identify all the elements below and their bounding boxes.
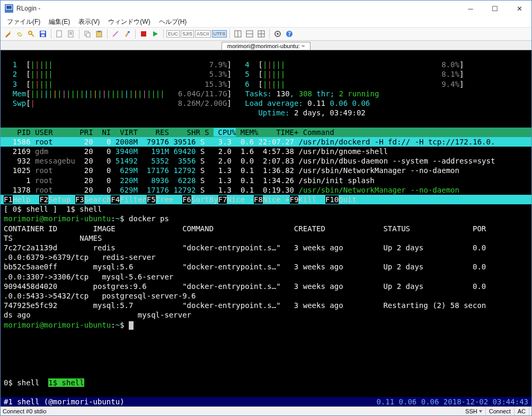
save-icon[interactable] — [38, 29, 48, 39]
stop-icon[interactable] — [138, 29, 149, 39]
prompt-user-2: morimori@morimori-ubuntu — [4, 321, 111, 329]
svg-rect-8 — [57, 31, 61, 37]
status-connect: Connect #0 stdio — [3, 408, 47, 414]
minimize-button[interactable]: ─ — [458, 1, 483, 16]
maximize-button[interactable]: ☐ — [483, 1, 507, 16]
copy-icon[interactable] — [82, 29, 93, 39]
docker-row: 7c27c2a1139d redis "docker-entrypoint.s…… — [1, 243, 531, 252]
grid1-icon[interactable] — [233, 29, 243, 39]
status-left: #1 shell (@morimori-ubuntu) — [4, 397, 125, 406]
svg-rect-2 — [6, 6, 12, 9]
new-doc-icon[interactable] — [54, 29, 65, 39]
status-line: #1 shell (@morimori-ubuntu) 0.11 0.06 0.… — [1, 397, 531, 406]
status-ssh[interactable]: SSH — [462, 407, 486, 415]
svg-text:?: ? — [288, 31, 291, 37]
enc-sjis[interactable]: SJIS — [181, 30, 194, 38]
help-icon[interactable]: ? — [284, 29, 295, 39]
prompt-user: morimori@morimori-ubuntu — [4, 214, 111, 223]
process-row[interactable]: 1025 root 20 0 629M 17176 12792 S 1.3 0.… — [1, 166, 531, 175]
tab-strip: morimori@morimori-ubuntu: ~ — [1, 41, 531, 50]
play-icon[interactable] — [150, 29, 161, 39]
process-row[interactable]: 2169 gdm 20 0 3940M 191M 69420 S 2.0 1.6… — [1, 147, 531, 156]
menubar: ファイル(F) 編集(E) 表示(V) ウィンドウ(W) ヘルプ(H) — [1, 16, 531, 27]
enc-utf8[interactable]: UTF8 — [212, 30, 227, 38]
link-icon[interactable] — [14, 29, 25, 39]
menu-help[interactable]: ヘルプ(H) — [155, 16, 191, 28]
menu-view[interactable]: 表示(V) — [74, 16, 104, 28]
toolbar: EUC SJIS ASCII UTF8 ? — [1, 27, 531, 41]
docker-header: TS NAMES — [1, 233, 531, 243]
brush-icon[interactable] — [122, 29, 132, 39]
docker-row: 9094458d4020 postgres:9.6 "docker-entryp… — [1, 282, 531, 291]
docker-row: ds ago mysql-server — [1, 310, 531, 320]
titlebar: RLogin - ─ ☐ ✕ — [1, 1, 531, 16]
svg-rect-13 — [97, 31, 101, 32]
paste-icon[interactable] — [94, 29, 104, 39]
terminal[interactable]: 1 [||||| 7.9%] 4 [||||| 8.0%] 2 [||||| 5… — [1, 50, 531, 406]
svg-point-3 — [10, 31, 11, 33]
svg-point-14 — [117, 31, 119, 33]
menu-edit[interactable]: 編集(E) — [45, 16, 74, 28]
svg-rect-15 — [128, 31, 130, 33]
session-tab[interactable]: morimori@morimori-ubuntu: ~ — [221, 42, 311, 50]
status-ac[interactable]: AC — [515, 407, 529, 415]
docker-row: .0.0:5433->5432/tcp postgresql-server-9.… — [1, 291, 531, 301]
doc-icon[interactable] — [66, 29, 76, 39]
svg-rect-7 — [41, 34, 45, 37]
svg-rect-6 — [41, 31, 45, 33]
docker-row: bb52c5aae0ff mysql:5.6 "docker-entrypoin… — [1, 262, 531, 272]
svg-rect-16 — [141, 31, 146, 37]
svg-point-21 — [277, 33, 279, 35]
status-connect-seg[interactable]: Connect — [486, 407, 515, 415]
wand2-icon[interactable] — [110, 29, 121, 39]
app-icon — [5, 4, 13, 13]
svg-rect-11 — [86, 33, 90, 37]
svg-rect-9 — [68, 31, 73, 37]
process-row[interactable]: 1 root 20 0 220M 8936 6228 S 1.3 0.1 1:3… — [1, 176, 531, 185]
process-row[interactable]: 932 messagebu 20 0 51492 5352 3556 S 2.0… — [1, 156, 531, 166]
status-right: 0.11 0.06 0.06 2018-12-02 03:44:43 — [376, 397, 528, 406]
process-row[interactable]: 1378 root 20 0 629M 17176 12792 S 1.3 0.… — [1, 185, 531, 195]
menu-file[interactable]: ファイル(F) — [3, 16, 45, 28]
htop-header: PID USER PRI NI VIRT RES SHR S CPU% MEM%… — [1, 128, 531, 137]
tmux-top-status: [ 0$ shell ] 1$ shell — [1, 204, 531, 214]
cursor — [129, 321, 134, 330]
key-icon[interactable] — [26, 29, 37, 39]
app-statusbar: Connect #0 stdio SSH Connect AC — [1, 406, 531, 415]
docker-row: .0.0:6379->6379/tcp redis-server — [1, 252, 531, 262]
menu-window[interactable]: ウィンドウ(W) — [104, 16, 154, 28]
tmux-bottom-status: 0$ shell 1$ shell — [1, 378, 531, 387]
docker-header: CONTAINER ID IMAGE COMMAND CREATED STATU… — [1, 224, 531, 233]
process-row[interactable]: 1586 root 20 0 2008M 79176 39516 S 3.3 0… — [1, 137, 531, 147]
command-text: docker ps — [129, 214, 169, 223]
grid3-icon[interactable] — [256, 29, 267, 39]
grid2-icon[interactable] — [244, 29, 255, 39]
docker-row: .0.0:3307->3306/tcp mysql-5.6-server — [1, 272, 531, 282]
window-title: RLogin - — [16, 5, 458, 12]
wand-icon[interactable] — [3, 29, 13, 39]
docker-row: 747925e5fc92 mysql:5.7 "docker-entrypoin… — [1, 301, 531, 310]
close-button[interactable]: ✕ — [507, 1, 531, 16]
enc-euc[interactable]: EUC — [166, 30, 180, 38]
gear-icon[interactable] — [272, 29, 283, 39]
enc-ascii[interactable]: ASCII — [195, 30, 211, 38]
